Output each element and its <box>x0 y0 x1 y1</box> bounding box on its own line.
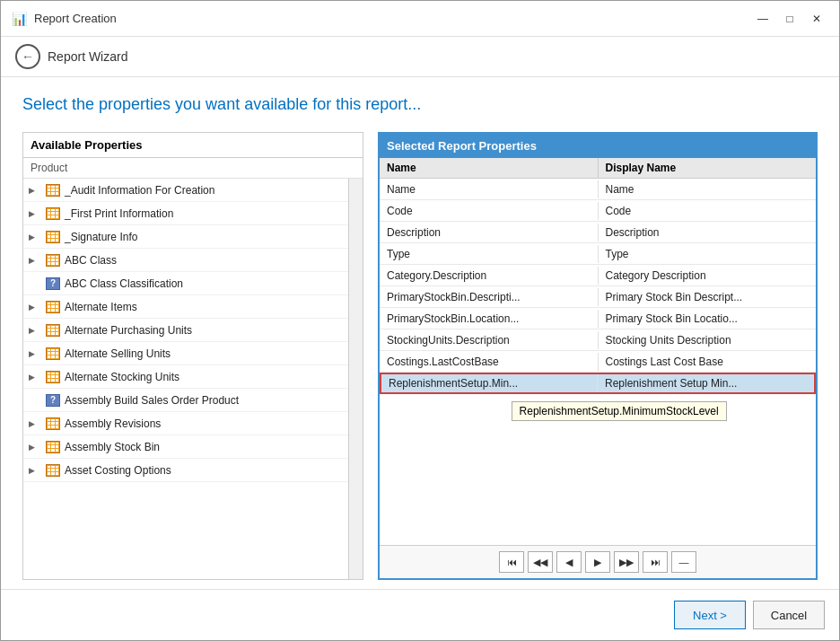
list-item[interactable]: ▶ABC Class <box>23 249 348 272</box>
first-btn[interactable]: ⏮ <box>499 551 524 573</box>
cell-name: Name <box>380 180 599 198</box>
expand-arrow: ▶ <box>29 419 41 428</box>
next-many-btn[interactable]: ▶▶ <box>614 551 639 573</box>
cell-display: Replenishment Setup Min... <box>598 374 814 392</box>
cancel-button[interactable]: Cancel <box>753 601 825 629</box>
last-btn[interactable]: ⏭ <box>643 551 668 573</box>
grid-icon <box>45 370 61 384</box>
main-window: 📊 Report Creation — □ ✕ ← Report Wizard … <box>0 0 840 641</box>
list-item[interactable]: ▶_First Print Information <box>23 202 348 225</box>
expand-arrow: ▶ <box>29 186 41 195</box>
properties-table: Name Display Name NameNameCodeCodeDescri… <box>380 158 816 545</box>
cell-name: Category.Description <box>380 267 599 285</box>
next-button[interactable]: Next > <box>674 601 746 629</box>
title-bar: 📊 Report Creation — □ ✕ <box>1 1 839 37</box>
table-body[interactable]: NameNameCodeCodeDescriptionDescriptionTy… <box>380 179 816 545</box>
table-row[interactable]: ReplenishmentSetup.Min...Replenishment S… <box>380 373 816 394</box>
list-item[interactable]: ▶Alternate Stocking Units <box>23 365 348 389</box>
expand-arrow: ▶ <box>29 209 41 218</box>
list-item[interactable]: ▶Assembly Revisions <box>23 412 348 435</box>
grid-icon <box>45 440 61 454</box>
expand-arrow: ▶ <box>29 256 41 265</box>
cell-display: Costings Last Cost Base <box>599 353 817 371</box>
list-item-label: Alternate Stocking Units <box>65 371 343 383</box>
minimize-button[interactable]: — <box>751 9 774 29</box>
list-item[interactable]: ▶_Signature Info <box>23 225 348 249</box>
navigation-buttons: ⏮◀◀◀▶▶▶⏭— <box>380 545 816 578</box>
table-row[interactable]: NameName <box>380 179 816 200</box>
cell-display: Primary Stock Bin Locatio... <box>599 310 817 328</box>
tooltip: ReplenishmentSetup.MinimumStockLevel <box>512 401 727 421</box>
prev-many-btn[interactable]: ◀◀ <box>528 551 553 573</box>
expand-arrow: ▶ <box>29 466 41 475</box>
list-item-label: Alternate Purchasing Units <box>65 324 343 337</box>
list-item-label: _Audit Information For Creation <box>65 184 343 197</box>
title-controls: — □ ✕ <box>751 9 828 29</box>
back-label: Report Wizard <box>48 49 127 64</box>
back-button[interactable]: ← <box>15 44 40 69</box>
maximize-button[interactable]: □ <box>778 9 801 29</box>
list-item-label: Alternate Selling Units <box>65 347 343 360</box>
list-item-label: Assembly Revisions <box>65 417 343 430</box>
table-row[interactable]: StockingUnits.DescriptionStocking Units … <box>380 329 816 351</box>
expand-arrow: ▶ <box>29 303 41 312</box>
expand-arrow: ▶ <box>29 326 41 335</box>
available-properties-header: Available Properties <box>23 133 363 158</box>
panels: Available Properties Product ▶_Audit Inf… <box>22 132 818 580</box>
cell-display: Type <box>599 245 817 263</box>
list-item-label: Assembly Stock Bin <box>65 441 343 453</box>
table-row[interactable]: PrimaryStockBin.Descripti...Primary Stoc… <box>380 286 816 308</box>
list-item-label: _First Print Information <box>65 207 343 220</box>
selected-properties-header: Selected Report Properties <box>380 134 816 158</box>
content-area: Select the properties you want available… <box>1 77 839 589</box>
cell-display: Description <box>599 224 817 241</box>
cell-name: Code <box>380 202 599 220</box>
expand-arrow: ▶ <box>29 349 41 358</box>
cell-display: Primary Stock Bin Descript... <box>599 288 817 306</box>
cell-display: Category Description <box>599 267 817 285</box>
table-row[interactable]: Costings.LastCostBaseCostings Last Cost … <box>380 351 816 373</box>
list-item[interactable]: ?ABC Class Classification <box>23 272 348 295</box>
list-item[interactable]: ▶Alternate Selling Units <box>23 342 348 365</box>
question-icon: ? <box>45 393 61 408</box>
table-row[interactable]: TypeType <box>380 243 816 265</box>
list-item[interactable]: ▶Assembly Stock Bin <box>23 435 348 459</box>
next-btn[interactable]: ▶ <box>585 551 610 573</box>
title-bar-left: 📊 Report Creation <box>12 12 117 26</box>
available-properties-list[interactable]: ▶_Audit Information For Creation▶_First … <box>23 179 363 579</box>
back-bar: ← Report Wizard <box>1 37 839 77</box>
list-item-label: Asset Costing Options <box>65 464 343 477</box>
close-button[interactable]: ✕ <box>805 9 828 29</box>
remove-btn[interactable]: — <box>671 551 696 573</box>
cell-display: Code <box>599 202 817 220</box>
right-panel: Selected Report Properties Name Display … <box>378 132 818 580</box>
grid-icon <box>45 417 61 431</box>
list-item[interactable]: ?Assembly Build Sales Order Product <box>23 389 348 412</box>
cell-name: ReplenishmentSetup.Min... <box>381 374 598 392</box>
list-item-label: Assembly Build Sales Order Product <box>65 394 343 407</box>
question-icon: ? <box>45 277 61 291</box>
cell-name: Costings.LastCostBase <box>380 353 599 371</box>
grid-icon <box>45 323 61 338</box>
app-icon: 📊 <box>12 12 27 26</box>
expand-arrow: ▶ <box>29 233 41 241</box>
list-item-label: ABC Class <box>65 254 343 267</box>
list-item[interactable]: ▶Asset Costing Options <box>23 459 348 482</box>
grid-icon <box>45 300 61 314</box>
list-item[interactable]: ▶Alternate Purchasing Units <box>23 319 348 342</box>
col-header-display: Display Name <box>599 158 817 178</box>
list-item[interactable]: ▶Alternate Items <box>23 295 348 319</box>
prev-btn[interactable]: ◀ <box>556 551 582 573</box>
grid-icon <box>45 206 61 221</box>
table-row[interactable]: DescriptionDescription <box>380 222 816 243</box>
table-row[interactable]: Category.DescriptionCategory Description <box>380 265 816 286</box>
grid-icon <box>45 463 61 478</box>
scrollbar[interactable] <box>348 179 363 579</box>
table-row[interactable]: CodeCode <box>380 200 816 222</box>
table-row[interactable]: PrimaryStockBin.Location...Primary Stock… <box>380 308 816 329</box>
grid-icon <box>45 347 61 361</box>
list-item[interactable]: ▶_Audit Information For Creation <box>23 179 348 202</box>
table-header: Name Display Name <box>380 158 816 179</box>
col-header-name: Name <box>380 158 599 178</box>
page-title: Select the properties you want available… <box>22 95 818 114</box>
